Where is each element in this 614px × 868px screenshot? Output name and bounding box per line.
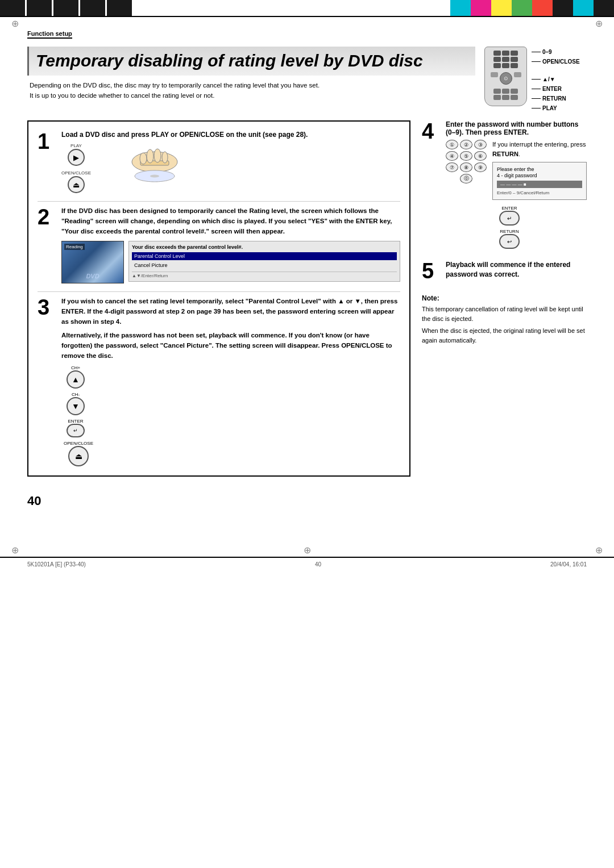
dvd-watermark: DVD xyxy=(86,273,99,279)
num-btn-empty1 xyxy=(446,174,458,183)
color-block-black2 xyxy=(27,0,52,16)
note-line2: When the disc is ejected, the original r… xyxy=(422,326,587,345)
dvd-loading-svg xyxy=(98,145,211,190)
title-desc-line2: It is up to you to decide whether to can… xyxy=(30,90,475,101)
step4-illustration: ① ② ③ ④ ⑤ ⑥ ⑦ ⑧ xyxy=(446,140,587,249)
color-block-cyan2 xyxy=(573,0,594,16)
password-field: — — — — ■ xyxy=(497,181,582,188)
num-grid-123: ① ② ③ xyxy=(446,140,487,149)
ch-up-icon: ▲ xyxy=(67,370,85,389)
step2: 2 If the DVD disc has been designed to t… xyxy=(38,206,400,283)
num-btn-1: ① xyxy=(446,140,458,149)
label-line2 xyxy=(532,61,541,62)
num-buttons-area: ① ② ③ ④ ⑤ ⑥ ⑦ ⑧ xyxy=(446,140,487,183)
remote-device: ⊙ xyxy=(484,47,527,106)
remote-label-row-enter: ENTER xyxy=(532,86,580,92)
remote-label-row-09: 0–9 xyxy=(532,49,580,55)
step4-return-group: RETURN ↩ xyxy=(492,229,526,249)
num-btn-empty2 xyxy=(474,174,487,183)
label-enter: ENTER xyxy=(542,86,562,92)
color-block-black4 xyxy=(80,0,105,16)
password-screen-footer: Enter/0 – 9/Cancel/Return xyxy=(497,190,582,195)
svg-point-4 xyxy=(154,149,161,162)
title-text-block: Temporary disabling of rating level by D… xyxy=(27,47,475,111)
color-gap xyxy=(132,0,450,16)
remote-btn-b xyxy=(493,89,501,94)
password-screen-title: Please enter the xyxy=(497,166,582,172)
step4-enter-group: ENTER ↵ xyxy=(492,206,526,226)
step5-number: 5 xyxy=(422,260,441,282)
color-block-black1 xyxy=(0,0,25,16)
label-line5 xyxy=(532,98,541,99)
step4-return-label: RETURN xyxy=(500,229,518,234)
step4-number: 4 xyxy=(422,120,441,249)
step3-openclose-icon: ⏏ xyxy=(68,446,89,466)
left-column: 1 Load a DVD disc and press PLAY or OPEN… xyxy=(27,120,410,477)
step3-body2: Alternatively, if the password has not b… xyxy=(61,331,400,361)
remote-btn-b xyxy=(511,95,518,100)
main-columns: 1 Load a DVD disc and press PLAY or OPEN… xyxy=(27,120,587,477)
remote-btn-b xyxy=(502,95,509,100)
step4-enter-icon: ↵ xyxy=(499,211,520,226)
remote-btn-grid-bottom xyxy=(493,89,518,100)
step4-title: Enter the password with number buttons (… xyxy=(446,120,587,136)
svg-point-5 xyxy=(162,152,168,163)
remote-label-block: 0–9 OPEN/CLOSE ▲/▼ ENTER RETURN xyxy=(532,47,580,111)
step2-content: If the DVD disc has been designed to tem… xyxy=(61,206,400,283)
ch-down-icon: ▼ xyxy=(67,397,85,415)
color-block-red xyxy=(532,0,553,16)
num-btn-7: ⑦ xyxy=(446,162,458,172)
color-block-green xyxy=(512,0,532,16)
step2-number: 2 xyxy=(38,206,57,283)
step1-title: Load a DVD disc and press PLAY or OPEN/C… xyxy=(61,131,400,139)
label-return: RETURN xyxy=(542,95,566,102)
step4-content: Enter the password with number buttons (… xyxy=(446,120,587,249)
step3: 3 If you wish to cancel the set rating l… xyxy=(38,297,400,466)
ch-down-group: CH- ▼ xyxy=(61,392,90,415)
step1-illustration: PLAY ▶ OPEN/CLOSE ⏏ xyxy=(61,143,400,193)
remote-btn-b xyxy=(511,89,518,94)
right-column: 4 Enter the password with number buttons… xyxy=(422,120,587,477)
ch-up-label: CH+ xyxy=(71,365,80,370)
crosshair-bottom-left: ⊕ xyxy=(11,545,19,556)
num-grid-456: ④ ⑤ ⑥ xyxy=(446,151,487,161)
divider1 xyxy=(38,201,400,202)
remote-label-row-play: PLAY xyxy=(532,105,580,111)
crosshair-top-left: ⊕ xyxy=(11,18,19,29)
password-screen-sub: 4 - digit password xyxy=(497,173,582,178)
remote-btn xyxy=(502,51,509,56)
remote-btn-b xyxy=(493,95,501,100)
remote-btn xyxy=(511,51,518,56)
divider2 xyxy=(38,291,400,292)
remote-nav-row: ⊙ xyxy=(491,72,521,85)
remote-btn xyxy=(502,63,509,68)
remote-label-row-openclose: OPEN/CLOSE xyxy=(532,59,580,65)
num-btn-6: ⑥ xyxy=(474,151,487,161)
remote-btn xyxy=(511,57,518,62)
color-block-black5 xyxy=(107,0,132,16)
step2-illustration: Reading DVD Your disc exceeds the parent… xyxy=(61,241,400,283)
ch-up-group: CH+ ▲ xyxy=(61,365,90,389)
ch-down-label: CH- xyxy=(72,392,80,397)
title-desc-line1: Depending on the DVD disc, the disc may … xyxy=(30,80,475,90)
menu-item-selected: Parental Control Level xyxy=(132,252,397,260)
step3-number: 3 xyxy=(38,297,57,466)
return-label: RETURN xyxy=(492,151,518,157)
step3-openclose-label: OPEN/CLOSE xyxy=(64,441,93,446)
menu-nav: ▲▼/Enter/Return xyxy=(132,272,397,278)
note-line1: This temporary cancellation of rating le… xyxy=(422,304,587,324)
reading-screen: Reading DVD xyxy=(61,241,124,283)
color-block-black-end xyxy=(553,0,573,16)
step3-enter-group: ENTER ↵ xyxy=(61,419,90,437)
svg-point-7 xyxy=(150,174,159,177)
num-btn-8: ⑧ xyxy=(460,162,472,172)
color-block-black3 xyxy=(53,0,78,16)
color-block-cyan xyxy=(450,0,471,16)
step3-buttons: CH+ ▲ CH- ▼ ENTER ↵ OPEN/CLOSE xyxy=(61,365,400,466)
remote-btn-grid-top xyxy=(493,51,518,68)
menu-screen: Your disc exceeds the parental control l… xyxy=(128,241,400,282)
dvd-loading-illustration xyxy=(98,145,400,192)
remote-nav-btn xyxy=(491,72,498,77)
step3-body: If you wish to cancel the set rating lev… xyxy=(61,297,400,327)
crosshair-row-top: ⊕ ⊕ xyxy=(0,18,614,29)
